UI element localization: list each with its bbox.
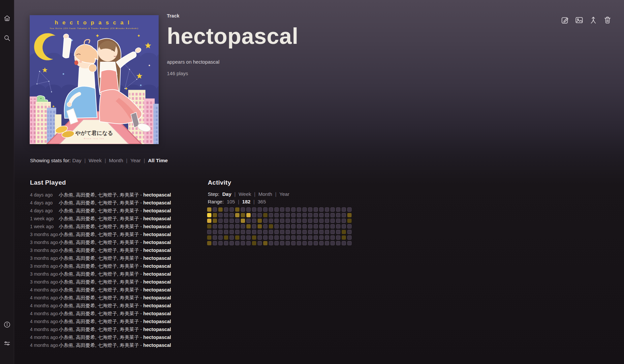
artist-link[interactable]: 七海燈子: [98, 271, 117, 277]
edit-icon[interactable]: [561, 16, 569, 24]
artist-link[interactable]: 寿美菜子: [120, 256, 139, 261]
artist-link[interactable]: 高田憂希: [76, 279, 95, 285]
artist-link[interactable]: 高田憂希: [76, 248, 95, 253]
heatmap-cell[interactable]: [302, 230, 307, 234]
heatmap-cell[interactable]: [319, 224, 324, 228]
heatmap-cell[interactable]: [230, 235, 234, 240]
heatmap-cell[interactable]: [302, 213, 307, 217]
artist-link[interactable]: 寿美菜子: [120, 319, 139, 324]
heatmap-cell[interactable]: [291, 213, 296, 217]
heatmap-cell[interactable]: [347, 241, 352, 245]
artist-link[interactable]: 小糸侑: [59, 248, 73, 253]
heatmap-cell[interactable]: [342, 207, 346, 212]
delete-icon[interactable]: [603, 16, 612, 24]
heatmap-cell[interactable]: [241, 241, 245, 245]
artist-link[interactable]: 小糸侑: [59, 208, 73, 213]
heatmap-cell[interactable]: [342, 213, 346, 217]
heatmap-cell[interactable]: [302, 235, 307, 240]
heatmap-cell[interactable]: [325, 235, 329, 240]
heatmap-cell[interactable]: [252, 213, 256, 217]
stats-option-day[interactable]: Day: [72, 158, 81, 163]
heatmap-cell[interactable]: [314, 235, 318, 240]
artist-link[interactable]: 高田憂希: [76, 335, 95, 340]
heatmap-cell[interactable]: [263, 213, 267, 217]
heatmap-cell[interactable]: [308, 207, 312, 212]
heatmap-cell[interactable]: [241, 230, 245, 234]
heatmap-cell[interactable]: [258, 219, 262, 223]
heatmap-cell[interactable]: [263, 241, 267, 245]
heatmap-cell[interactable]: [218, 235, 223, 240]
heatmap-cell[interactable]: [325, 219, 329, 223]
heatmap-cell[interactable]: [269, 230, 273, 234]
artist-link[interactable]: 小糸侑: [59, 200, 73, 205]
artist-link[interactable]: 高田憂希: [76, 303, 95, 308]
track-link[interactable]: hectopascal: [143, 303, 171, 308]
heatmap-cell[interactable]: [297, 213, 301, 217]
heatmap-cell[interactable]: [297, 235, 301, 240]
heatmap-cell[interactable]: [269, 213, 273, 217]
heatmap-cell[interactable]: [330, 230, 335, 234]
heatmap-cell[interactable]: [218, 213, 223, 217]
heatmap-cell[interactable]: [207, 241, 211, 245]
artist-link[interactable]: 小糸侑: [59, 287, 73, 292]
heatmap-cell[interactable]: [325, 230, 329, 234]
track-link[interactable]: hectopascal: [143, 327, 171, 332]
artist-link[interactable]: 寿美菜子: [120, 327, 139, 332]
artist-link[interactable]: 寿美菜子: [120, 240, 139, 245]
heatmap-cell[interactable]: [252, 230, 256, 234]
artist-link[interactable]: 七海燈子: [98, 208, 117, 213]
artist-link[interactable]: 小糸侑: [59, 303, 73, 308]
heatmap-cell[interactable]: [252, 241, 256, 245]
heatmap-cell[interactable]: [297, 241, 301, 245]
heatmap-cell[interactable]: [314, 213, 318, 217]
heatmap-cell[interactable]: [224, 213, 228, 217]
heatmap-cell[interactable]: [336, 219, 340, 223]
artist-link[interactable]: 七海燈子: [98, 311, 117, 316]
heatmap-cell[interactable]: [280, 235, 284, 240]
artist-link[interactable]: 七海燈子: [98, 216, 117, 221]
heatmap-cell[interactable]: [218, 207, 223, 212]
heatmap-cell[interactable]: [314, 207, 318, 212]
heatmap-cell[interactable]: [274, 241, 279, 245]
heatmap-cell[interactable]: [274, 230, 279, 234]
heatmap-cell[interactable]: [280, 230, 284, 234]
heatmap-cell[interactable]: [241, 213, 245, 217]
heatmap-cell[interactable]: [224, 224, 228, 228]
artist-link[interactable]: 高田憂希: [76, 343, 95, 348]
heatmap-cell[interactable]: [218, 230, 223, 234]
heatmap-cell[interactable]: [342, 219, 346, 223]
artist-link[interactable]: 高田憂希: [76, 311, 95, 316]
heatmap-cell[interactable]: [319, 213, 324, 217]
heatmap-cell[interactable]: [336, 224, 340, 228]
track-link[interactable]: hectopascal: [143, 216, 171, 221]
search-icon[interactable]: [3, 34, 11, 42]
heatmap-cell[interactable]: [336, 207, 340, 212]
artist-link[interactable]: 高田憂希: [76, 224, 95, 229]
track-link[interactable]: hectopascal: [143, 232, 171, 237]
heatmap-cell[interactable]: [224, 241, 228, 245]
artist-link[interactable]: 寿美菜子: [120, 248, 139, 253]
artist-link[interactable]: 高田憂希: [76, 271, 95, 277]
heatmap-cell[interactable]: [230, 207, 234, 212]
heatmap-cell[interactable]: [213, 219, 217, 223]
step-option-week[interactable]: Week: [238, 191, 251, 197]
track-link[interactable]: hectopascal: [143, 248, 171, 253]
artist-link[interactable]: 七海燈子: [98, 335, 117, 340]
heatmap-cell[interactable]: [263, 224, 267, 228]
heatmap-cell[interactable]: [291, 241, 296, 245]
heatmap-cell[interactable]: [280, 213, 284, 217]
heatmap-cell[interactable]: [330, 213, 335, 217]
heatmap-cell[interactable]: [235, 241, 239, 245]
home-icon[interactable]: [3, 15, 11, 22]
heatmap-cell[interactable]: [213, 230, 217, 234]
heatmap-cell[interactable]: [330, 207, 335, 212]
heatmap-cell[interactable]: [302, 241, 307, 245]
artist-link[interactable]: 寿美菜子: [120, 200, 139, 205]
heatmap-cell[interactable]: [291, 207, 296, 212]
heatmap-cell[interactable]: [308, 235, 312, 240]
heatmap-cell[interactable]: [325, 207, 329, 212]
heatmap-cell[interactable]: [218, 241, 223, 245]
heatmap-cell[interactable]: [314, 230, 318, 234]
track-link[interactable]: hectopascal: [143, 192, 171, 197]
heatmap-cell[interactable]: [230, 224, 234, 228]
